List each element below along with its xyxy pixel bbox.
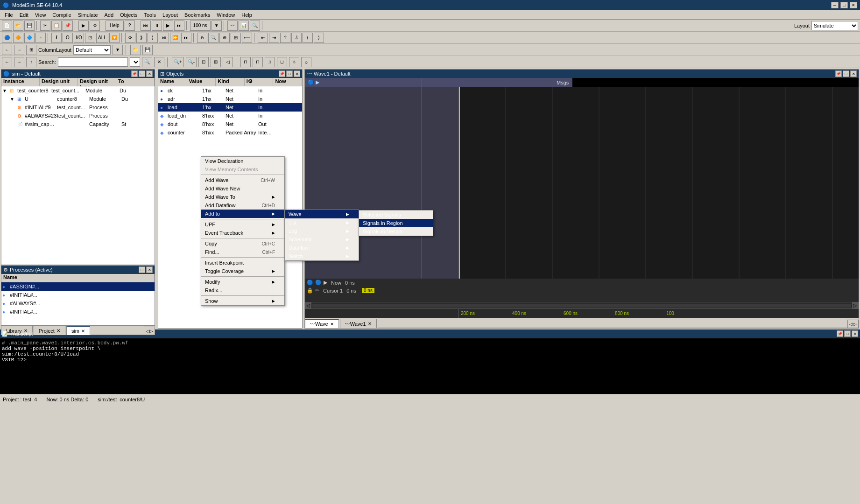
- tb2-all[interactable]: ALL: [96, 33, 108, 43]
- wave-nav-6[interactable]: ⟩: [314, 33, 324, 43]
- obj-row-dout[interactable]: ◆ dout 8'hxx Net Out: [158, 120, 302, 128]
- menu-file[interactable]: File: [2, 11, 16, 19]
- wave-edge-2[interactable]: ⊓: [253, 57, 263, 67]
- column-layout-select[interactable]: Default: [73, 45, 111, 55]
- wave-edge-1[interactable]: ⊓: [240, 57, 251, 67]
- proc-row-3[interactable]: ● #INITIAL#...: [1, 308, 155, 316]
- wave-tool-5[interactable]: ⟸: [242, 33, 252, 43]
- tab-project-close[interactable]: ✕: [56, 328, 60, 333]
- search-parent[interactable]: ↑: [26, 57, 36, 67]
- close-button[interactable]: ✕: [850, 2, 857, 8]
- save-btn[interactable]: 💾: [24, 21, 35, 31]
- menu-tools[interactable]: Tools: [141, 11, 159, 19]
- proc-row-2[interactable]: ● #ALWAYS#...: [1, 299, 155, 308]
- search-input[interactable]: [58, 57, 128, 67]
- sim-ctrl-1[interactable]: ⏮: [141, 21, 151, 31]
- zoom-out[interactable]: 🔍-: [186, 57, 197, 67]
- obj-row-load[interactable]: ● load 1'hx Net In: [158, 103, 302, 112]
- wave-btn3[interactable]: 🔍: [250, 21, 260, 31]
- search-fwd[interactable]: →: [14, 57, 24, 67]
- instance-max-btn[interactable]: □: [139, 70, 145, 77]
- transcript-pin-btn[interactable]: 📌: [837, 330, 843, 337]
- submenu-selected-signals[interactable]: Selected Signals: [359, 210, 433, 219]
- tb2-btn1[interactable]: 🔵: [2, 33, 12, 43]
- ctx-copy[interactable]: Copy Ctrl+C: [201, 239, 284, 248]
- ctx-add-wave-to[interactable]: Add Wave To ▶: [201, 193, 284, 201]
- time-unit-btn[interactable]: ▼: [211, 21, 222, 31]
- tab-wave-close[interactable]: ✕: [330, 322, 334, 327]
- tb2-filter[interactable]: 🔽: [109, 33, 120, 43]
- tree-row-vsim[interactable]: 📄 #vsim_capacity# Capacity St: [1, 120, 155, 128]
- cl-btn1[interactable]: ←: [2, 45, 12, 55]
- tree-row-initial9[interactable]: ⚙ #INITIAL#9 test_count... Process: [1, 103, 155, 112]
- menu-compile[interactable]: Compile: [49, 11, 74, 19]
- sim-run-5[interactable]: ⏩: [170, 33, 180, 43]
- tb2-f[interactable]: ⊡: [85, 33, 95, 43]
- transcript-max-btn[interactable]: □: [844, 330, 851, 337]
- submenu-signals-in-region[interactable]: Signals in Region: [359, 219, 433, 227]
- tab-wave1[interactable]: 〰 Wave1 ✕: [340, 319, 377, 328]
- menu-view[interactable]: View: [32, 11, 49, 19]
- ctx-event-traceback[interactable]: Event Traceback ▶: [201, 229, 284, 237]
- ctx-insert-breakpoint[interactable]: Insert Breakpoint: [201, 259, 284, 267]
- tb2-btn2[interactable]: 🔶: [13, 33, 23, 43]
- search-dropdown[interactable]: [130, 57, 140, 67]
- search-clear[interactable]: ✕: [154, 57, 164, 67]
- ctx-add-to[interactable]: Add to ▶ Wave ▶ Selected Signals Signals…: [201, 210, 284, 218]
- copy-btn[interactable]: 📋: [51, 21, 62, 31]
- wave-nav-2[interactable]: ⇥: [269, 33, 279, 43]
- cl-btn3[interactable]: ⊞: [26, 45, 36, 55]
- obj-row-adr[interactable]: ● adr 1'hx Net In: [158, 95, 302, 103]
- menu-edit[interactable]: Edit: [17, 11, 31, 19]
- tab-sim[interactable]: sim ✕: [66, 326, 90, 335]
- menu-help[interactable]: Help: [239, 11, 255, 19]
- tab-wave[interactable]: 〰 Wave ✕: [305, 319, 339, 328]
- wave-nav-4[interactable]: ⇩: [291, 33, 302, 43]
- wave-nav-5[interactable]: ⟨: [303, 33, 313, 43]
- sim-run-1[interactable]: ⟳: [125, 33, 135, 43]
- tb2-io[interactable]: I/O: [74, 33, 84, 43]
- wave-close-btn[interactable]: ✕: [850, 70, 857, 77]
- wave-edge-3[interactable]: ⎍: [265, 57, 275, 67]
- tab-wave1-close[interactable]: ✕: [368, 321, 372, 326]
- cut-btn[interactable]: ✂: [40, 21, 50, 31]
- minimize-button[interactable]: ─: [831, 2, 839, 8]
- obj-row-counter[interactable]: ◆ counter 8'hxx Packed Array Internal: [158, 128, 302, 137]
- wave-tool-2[interactable]: 🔍: [208, 33, 219, 43]
- zoom-fit[interactable]: ⊞: [211, 57, 221, 67]
- menu-layout[interactable]: Layout: [160, 11, 181, 19]
- tb2-btn4[interactable]: 🔸: [35, 33, 46, 43]
- menu-window[interactable]: Window: [214, 11, 238, 19]
- cl-btn2[interactable]: →: [14, 45, 24, 55]
- submenu-wave[interactable]: Wave ▶ Selected Signals Signals in Regio…: [285, 210, 359, 218]
- tree-row-U[interactable]: ▼ ⊞ U counter8 Module Du: [1, 95, 155, 103]
- obj-pin-btn[interactable]: 📌: [279, 70, 285, 77]
- search-back[interactable]: ←: [2, 57, 12, 67]
- submenu-dataflow[interactable]: Dataflow ▶: [285, 244, 359, 252]
- obj-close-btn[interactable]: ✕: [294, 70, 300, 77]
- ctx-modify[interactable]: Modify ▶: [201, 278, 284, 286]
- cl-btn5[interactable]: 💾: [142, 45, 153, 55]
- wave-edge-5[interactable]: ⎏: [289, 57, 299, 67]
- wave-tool-4[interactable]: ⊞: [231, 33, 241, 43]
- submenu-watch[interactable]: Watch ▶: [285, 252, 359, 260]
- proc-max-btn[interactable]: □: [139, 266, 145, 273]
- obj-max-btn[interactable]: □: [286, 70, 293, 77]
- sim-ctrl-4[interactable]: ⏭: [174, 21, 184, 31]
- transcript-close-btn[interactable]: ✕: [852, 330, 858, 337]
- wave-scrollbar[interactable]: ◁ ▷: [305, 302, 859, 308]
- wave-tool-3[interactable]: ⊕: [219, 33, 230, 43]
- ctx-upf[interactable]: UPF ▶: [201, 220, 284, 229]
- wave-tabs-nav[interactable]: ◁▷: [847, 320, 859, 328]
- submenu-log[interactable]: Log ▶: [285, 227, 359, 235]
- proc-close-btn[interactable]: ✕: [146, 266, 153, 273]
- wave-tool-1[interactable]: 🖱: [197, 33, 207, 43]
- ctx-add-dataflow[interactable]: Add Dataflow Ctrl+D: [201, 201, 284, 210]
- sim-ctrl-2[interactable]: ⏸: [152, 21, 162, 31]
- ctx-toggle-coverage[interactable]: Toggle Coverage ▶: [201, 267, 284, 275]
- obj-row-load_dn[interactable]: ◆ load_dn 8'hxx Net In: [158, 112, 302, 120]
- sim-btn[interactable]: ⚙: [90, 21, 100, 31]
- menu-objects[interactable]: Objects: [117, 11, 140, 19]
- tab-project[interactable]: Project ✕: [34, 326, 65, 335]
- tb2-o[interactable]: O: [63, 33, 73, 43]
